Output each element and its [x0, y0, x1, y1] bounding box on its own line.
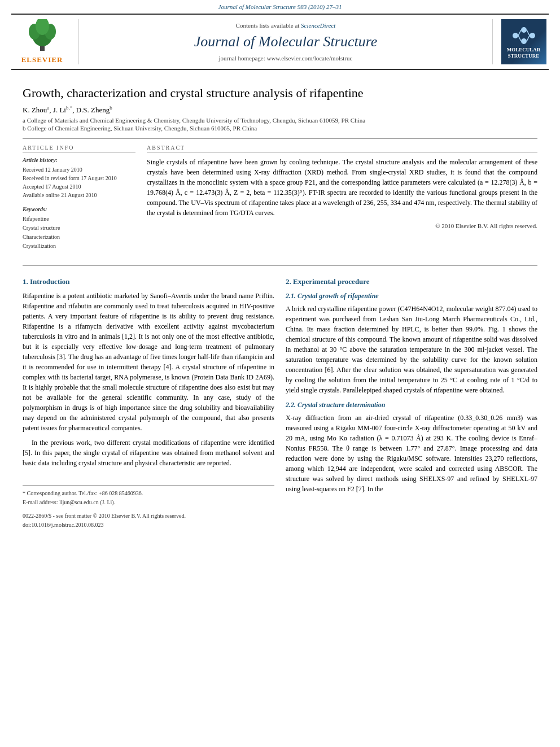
copyright-line: © 2010 Elsevier B.V. All rights reserved… [147, 222, 537, 229]
article-info-col: ARTICLE INFO Article history: Received 1… [23, 145, 135, 257]
keyword-1: Rifapentine [23, 215, 135, 224]
info-abstract-section: ARTICLE INFO Article history: Received 1… [23, 145, 537, 257]
abstract-text: Single crystals of rifapentine have been… [147, 157, 537, 218]
keyword-3: Characterization [23, 233, 135, 242]
received-date: Received 12 January 2010 [23, 165, 135, 174]
svg-line-12 [518, 36, 521, 41]
article-title: Growth, characterization and crystal str… [23, 86, 537, 101]
svg-point-6 [521, 27, 527, 33]
affiliation-a: a College of Materials and Chemical Engi… [23, 117, 537, 124]
svg-line-10 [527, 30, 530, 36]
section2-para2: X-ray diffraction from an air-dried crys… [286, 413, 537, 494]
footnote-email: E-mail address: lijun@scu.edu.cn (J. Li)… [23, 498, 274, 507]
footnote-star: * Corresponding author. Tel./fax: +86 02… [23, 489, 274, 498]
authors-line: K. Zhoua, J. Lib,*, D.S. Zhengb [23, 105, 537, 115]
molecular-structure-badge: MOLECULAR STRUCTURE [501, 19, 546, 64]
keywords-block: Keywords: Rifapentine Crystal structure … [23, 206, 135, 251]
svg-point-8 [521, 38, 527, 44]
sciencedirect-link[interactable]: ScienceDirect [301, 22, 335, 29]
journal-homepage: journal homepage: www.elsevier.com/locat… [219, 55, 353, 62]
keyword-2: Crystal structure [23, 224, 135, 233]
section2-sub2-title: 2.2. Crystal structure determination [286, 400, 537, 410]
history-block: Article history: Received 12 January 201… [23, 157, 135, 199]
section1-title: 1. Introduction [23, 276, 274, 287]
divider-1 [23, 138, 537, 139]
elsevier-brand: ELSEVIER [21, 55, 63, 64]
homepage-text: journal homepage: www.elsevier.com/locat… [219, 55, 353, 62]
section2-para1: A brick red crystalline rifapentine powe… [286, 304, 537, 395]
section2-title: 2. Experimental procedure [286, 276, 537, 287]
journal-title: Journal of Molecular Structure [194, 33, 378, 50]
section2-sub1-title: 2.1. Crystal growth of rifapentine [286, 291, 537, 301]
journal-ref-text: Journal of Molecular Structure 983 (2010… [218, 3, 342, 10]
header-center: Contents lists available at ScienceDirec… [79, 19, 492, 64]
history-label: Article history: [23, 157, 135, 163]
svg-point-5 [513, 33, 518, 38]
keyword-4: Crystallization [23, 242, 135, 251]
abstract-header: ABSTRACT [147, 145, 537, 152]
revised-date: Received in revised form 17 August 2010 [23, 174, 135, 182]
body-columns: 1. Introduction Rifapentine is a potent … [23, 275, 537, 530]
sciencedirect-prefix: Contents lists available at [236, 22, 300, 29]
affiliations: a College of Materials and Chemical Engi… [23, 117, 537, 132]
divider-2 [23, 265, 537, 266]
elsevier-tree-icon [25, 19, 59, 53]
badge-section: MOLECULAR STRUCTURE [492, 19, 549, 64]
elsevier-logo-section: ELSEVIER [11, 19, 79, 64]
accepted-date: Accepted 17 August 2010 [23, 182, 135, 191]
online-date: Available online 21 August 2010 [23, 191, 135, 199]
molecule-icon [510, 24, 538, 47]
svg-point-7 [530, 33, 535, 38]
affiliation-b: b College of Chemical Engineering, Sichu… [23, 125, 537, 132]
right-body-col: 2. Experimental procedure 2.1. Crystal g… [286, 275, 537, 530]
svg-line-9 [518, 30, 521, 36]
main-content: Growth, characterization and crystal str… [0, 70, 560, 535]
top-journal-ref: Journal of Molecular Structure 983 (2010… [0, 0, 560, 11]
article-info-header: ARTICLE INFO [23, 145, 135, 152]
left-body-col: 1. Introduction Rifapentine is a potent … [23, 275, 274, 530]
keywords-label: Keywords: [23, 206, 135, 212]
section1-para2: In the previous work, two different crys… [23, 438, 274, 468]
footnote-issn: 0022-2860/$ - see front matter © 2010 El… [23, 512, 274, 521]
badge-title: MOLECULAR STRUCTURE [505, 47, 543, 59]
journal-header: ELSEVIER Contents lists available at Sci… [11, 14, 549, 70]
sciencedirect-line: Contents lists available at ScienceDirec… [236, 22, 336, 29]
footnote-bar: * Corresponding author. Tel./fax: +86 02… [23, 485, 274, 530]
section1-para1: Rifapentine is a potent antibiotic marke… [23, 291, 274, 433]
footnote-doi: doi:10.1016/j.molstruc.2010.08.023 [23, 521, 274, 530]
svg-line-11 [527, 36, 530, 41]
abstract-section: ABSTRACT Single crystals of rifapentine … [147, 145, 537, 257]
